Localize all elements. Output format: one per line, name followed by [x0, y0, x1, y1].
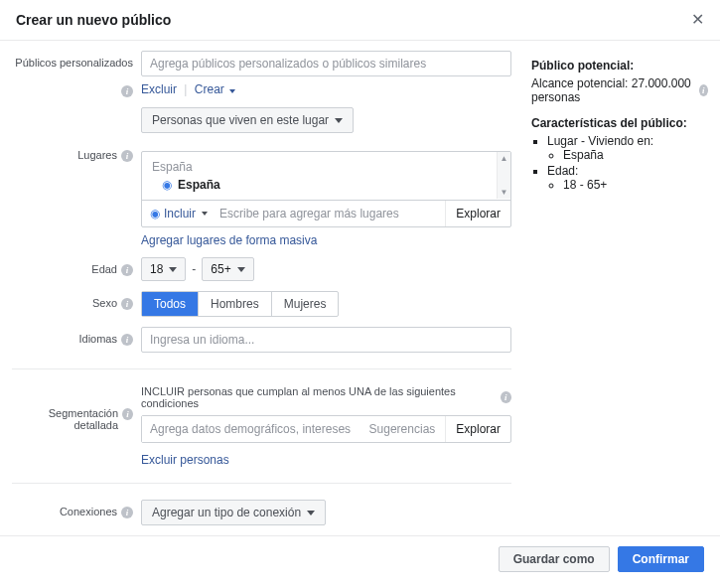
detailed-targeting-input[interactable]: [142, 416, 360, 442]
include-dropdown[interactable]: ◉ Incluir: [142, 201, 216, 226]
locations-box: España ◉ España ▲▼ ◉ Incluir Explorar: [141, 151, 511, 227]
pin-icon: ◉: [162, 178, 172, 192]
selected-location[interactable]: ◉ España: [152, 178, 495, 192]
form-column: Públicos personalizados i Excluir | Crea…: [12, 51, 523, 525]
label-gender: Sexo: [92, 297, 117, 309]
info-icon[interactable]: i: [699, 84, 708, 96]
info-icon[interactable]: i: [121, 85, 133, 97]
char-age-value: 18 - 65+: [563, 178, 708, 192]
detailed-explore-button[interactable]: Explorar: [445, 416, 510, 442]
info-icon[interactable]: i: [122, 408, 133, 420]
char-location-label: Lugar - Viviendo en: España: [547, 134, 708, 162]
label-age: Edad: [91, 263, 117, 275]
detailed-targeting-box: Sugerencias Explorar: [141, 415, 511, 443]
gender-option-all[interactable]: Todos: [142, 292, 199, 316]
exclude-people-link[interactable]: Excluir personas: [141, 453, 229, 467]
location-explore-button[interactable]: Explorar: [445, 201, 510, 226]
modal-footer: Guardar como Confirmar: [0, 535, 720, 582]
potential-audience-title: Público potencial:: [531, 59, 708, 73]
info-icon[interactable]: i: [121, 298, 133, 310]
bulk-locations-link[interactable]: Agregar lugares de forma masiva: [141, 233, 317, 247]
label-locations: Lugares: [77, 149, 117, 161]
info-icon[interactable]: i: [501, 391, 511, 403]
caret-down-icon: [237, 267, 245, 272]
info-icon[interactable]: i: [121, 150, 133, 162]
divider: [12, 483, 511, 484]
sidebar: Público potencial: Alcance potencial: 27…: [523, 51, 708, 525]
custom-audiences-input[interactable]: [141, 51, 511, 76]
label-languages: Idiomas: [78, 333, 117, 345]
info-icon[interactable]: i: [121, 264, 133, 276]
suggestions-button[interactable]: Sugerencias: [360, 416, 446, 442]
caret-down-icon: [202, 212, 208, 216]
languages-input[interactable]: [141, 327, 511, 353]
info-icon[interactable]: i: [121, 334, 133, 346]
location-country-label: España: [152, 160, 495, 174]
age-max-dropdown[interactable]: 65+: [202, 257, 253, 281]
age-min-dropdown[interactable]: 18: [141, 257, 186, 281]
save-as-button[interactable]: Guardar como: [499, 546, 610, 572]
modal-title: Crear un nuevo público: [16, 12, 171, 28]
divider: [12, 368, 511, 369]
char-age-label: Edad: 18 - 65+: [547, 164, 708, 192]
caret-down-icon: [307, 511, 315, 515]
scrollbar[interactable]: ▲▼: [497, 152, 510, 199]
potential-reach-text: Alcance potencial: 27.000.000 personas: [531, 76, 695, 104]
gender-option-men[interactable]: Hombres: [199, 292, 272, 316]
close-icon[interactable]: ✕: [691, 12, 704, 28]
caret-down-icon: [229, 89, 235, 93]
confirm-button[interactable]: Confirmar: [618, 546, 704, 572]
row-custom-audiences: Públicos personalizados: [12, 51, 511, 76]
exclude-link[interactable]: Excluir: [141, 82, 177, 96]
caret-down-icon: [169, 267, 177, 272]
location-search-input[interactable]: [216, 201, 445, 226]
label-custom-audiences: Públicos personalizados: [15, 57, 133, 69]
gender-segmented-control: Todos Hombres Mujeres: [141, 291, 339, 317]
info-icon[interactable]: i: [121, 507, 133, 518]
caret-down-icon: [335, 118, 343, 123]
gender-option-women[interactable]: Mujeres: [272, 292, 339, 316]
create-link[interactable]: Crear: [195, 82, 235, 96]
audience-characteristics-title: Características del público:: [531, 116, 708, 130]
char-location-value: España: [563, 148, 708, 162]
connections-dropdown[interactable]: Agregar un tipo de conexión: [141, 500, 326, 525]
modal-header: Crear un nuevo público ✕: [0, 0, 720, 41]
label-connections: Conexiones: [60, 506, 117, 517]
location-mode-dropdown[interactable]: Personas que viven en este lugar: [141, 107, 354, 133]
modal-body: Públicos personalizados i Excluir | Crea…: [0, 41, 720, 535]
label-detailed-targeting: Segmentación detallada: [12, 407, 118, 431]
